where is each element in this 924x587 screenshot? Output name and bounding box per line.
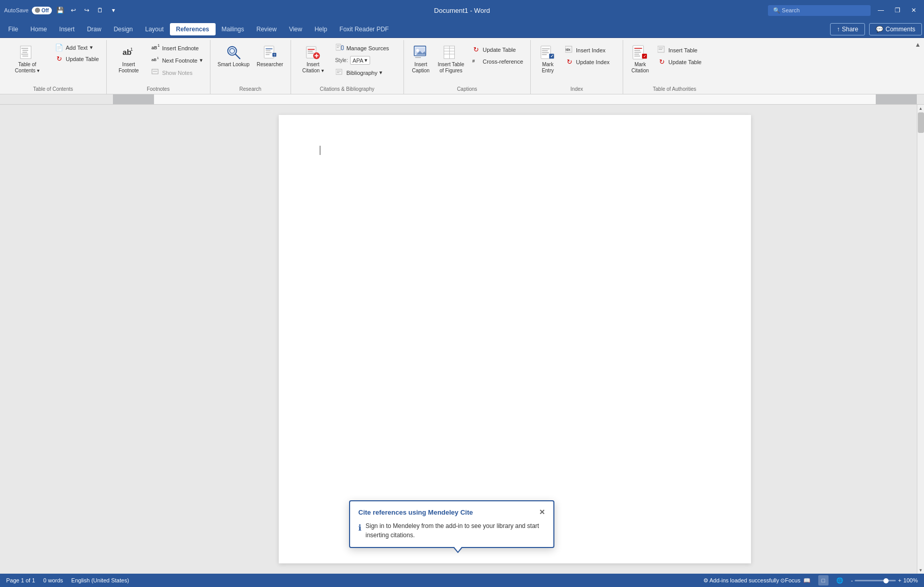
- cross-reference-button[interactable]: # Cross-reference: [468, 55, 526, 67]
- redo-icon[interactable]: ↪: [82, 5, 92, 15]
- customize-icon[interactable]: ▾: [108, 5, 119, 15]
- main-area: Cite references using Mendeley Cite ✕ ℹ …: [0, 105, 924, 574]
- menu-foxit[interactable]: Foxit Reader PDF: [333, 23, 395, 35]
- index-group-content: ✓ MarkEntry idx Insert Index ↻ Update In…: [535, 40, 612, 84]
- zoom-thumb: [883, 578, 889, 583]
- insert-caption-button[interactable]: InsertCaption: [408, 42, 434, 76]
- manage-sources-button[interactable]: Manage Sources: [332, 42, 392, 54]
- menu-bar: File Home Insert Draw Design Layout Refe…: [0, 21, 924, 38]
- comments-button[interactable]: 💬 Comments: [869, 23, 922, 35]
- update-table-authorities-button[interactable]: ↻ Update Table: [654, 56, 705, 67]
- ribbon-collapse-button[interactable]: ▲: [915, 41, 921, 48]
- next-footnote-button[interactable]: aB1 Next Footnote ▾: [148, 54, 206, 66]
- captions-group: InsertCaption Insert Tableof Figures ↻: [404, 40, 531, 94]
- insert-footnote-icon: ab 1: [121, 44, 137, 61]
- print-layout-icon: □: [821, 577, 825, 583]
- print-layout-button[interactable]: □: [818, 575, 829, 585]
- menu-layout[interactable]: Layout: [139, 23, 170, 35]
- svg-text:1: 1: [130, 46, 132, 52]
- title-bar-right: 🔍 Search — ❐ ✕: [614, 4, 920, 16]
- svg-rect-19: [265, 50, 270, 51]
- autosave-toggle[interactable]: Off: [32, 7, 52, 14]
- insert-table-authorities-button[interactable]: Insert Table: [654, 44, 705, 56]
- popup-close-button[interactable]: ✕: [539, 508, 545, 516]
- footnotes-group: ab 1 InsertFootnote aB1 Insert Endnote a…: [107, 40, 210, 94]
- smart-lookup-button[interactable]: Smart Lookup: [215, 42, 253, 70]
- zoom-slider[interactable]: [855, 580, 896, 581]
- researcher-button[interactable]: ? Researcher: [254, 42, 286, 70]
- update-table-captions-button[interactable]: ↻ Update Table: [468, 44, 526, 55]
- show-notes-button[interactable]: Show Notes: [148, 67, 206, 79]
- update-index-button[interactable]: ↻ Update Index: [562, 56, 612, 67]
- mark-citation-button[interactable]: ✓ MarkCitation: [627, 42, 653, 76]
- title-bar-title: Document1 - Word: [310, 7, 615, 14]
- svg-rect-62: [634, 52, 641, 52]
- scroll-down-arrow[interactable]: ▼: [917, 566, 925, 574]
- style-selector[interactable]: Style: APA ▾: [332, 54, 392, 66]
- insert-endnote-button[interactable]: aB1 Insert Endnote: [148, 42, 206, 54]
- menu-draw[interactable]: Draw: [81, 23, 107, 35]
- scroll-track[interactable]: [917, 112, 924, 566]
- insert-citation-button[interactable]: InsertCitation ▾: [295, 42, 331, 76]
- menu-references[interactable]: References: [170, 23, 216, 35]
- manage-sources-icon: [335, 44, 344, 52]
- bibliography-button[interactable]: Bibliography ▾: [332, 67, 392, 79]
- clipboard-icon[interactable]: 🗒: [95, 5, 105, 15]
- text-cursor: [320, 146, 320, 155]
- save-icon[interactable]: 💾: [55, 5, 65, 15]
- insert-table-figures-button[interactable]: Insert Tableof Figures: [435, 42, 468, 76]
- undo-icon[interactable]: ↩: [68, 5, 79, 15]
- vertical-scrollbar[interactable]: ▲ ▼: [917, 105, 924, 574]
- ruler-main: [113, 94, 917, 104]
- insert-index-button[interactable]: idx Insert Index: [562, 44, 612, 56]
- svg-rect-35: [336, 69, 342, 74]
- menu-mailings[interactable]: Mailings: [216, 23, 251, 35]
- svg-rect-18: [265, 48, 272, 49]
- add-text-button[interactable]: 📄 Add Text ▾: [51, 42, 102, 53]
- doc-scroll-area[interactable]: Cite references using Mendeley Cite ✕ ℹ …: [113, 105, 917, 574]
- close-button[interactable]: ✕: [908, 4, 920, 16]
- minimize-button[interactable]: —: [875, 4, 887, 16]
- zoom-controls[interactable]: - + 100%: [851, 577, 918, 583]
- svg-rect-20: [265, 52, 271, 53]
- status-bar: Page 1 of 1 0 words English (United Stat…: [0, 574, 924, 587]
- share-button[interactable]: ↑ Share: [830, 23, 865, 35]
- svg-text:?: ?: [273, 53, 275, 57]
- menu-design[interactable]: Design: [107, 23, 139, 35]
- reader-view-button[interactable]: 📖: [802, 575, 812, 585]
- update-table-captions-icon: ↻: [471, 46, 480, 53]
- update-table-button[interactable]: ↻ Update Table: [51, 53, 102, 64]
- popup-title-text: Cite references using Mendeley Cite: [358, 508, 473, 516]
- svg-rect-68: [659, 48, 663, 48]
- zoom-in-button[interactable]: +: [898, 577, 901, 583]
- doc-page[interactable]: [279, 115, 751, 563]
- scroll-up-arrow[interactable]: ▲: [917, 105, 925, 112]
- authorities-group: ✓ MarkCitation Insert Table ↻ Update Tab…: [623, 40, 726, 94]
- svg-rect-25: [307, 49, 314, 50]
- word-count: 0 words: [43, 577, 63, 583]
- svg-rect-52: [542, 50, 548, 51]
- insert-index-icon: idx: [565, 46, 574, 54]
- mark-entry-button[interactable]: ✓ MarkEntry: [535, 42, 561, 76]
- mark-entry-label: MarkEntry: [542, 62, 553, 74]
- insert-footnote-button[interactable]: ab 1 InsertFootnote: [111, 42, 147, 76]
- search-box[interactable]: 🔍 Search: [768, 5, 871, 16]
- menu-insert[interactable]: Insert: [53, 23, 81, 35]
- ruler-white-area: [154, 94, 876, 104]
- scroll-thumb[interactable]: [918, 112, 924, 133]
- menu-view[interactable]: View: [283, 23, 309, 35]
- index-stacked: idx Insert Index ↻ Update Index: [562, 44, 612, 67]
- restore-button[interactable]: ❐: [891, 4, 903, 16]
- menu-help[interactable]: Help: [309, 23, 334, 35]
- svg-rect-33: [337, 47, 339, 48]
- svg-text:#: #: [472, 58, 475, 64]
- style-dropdown[interactable]: APA ▾: [350, 56, 370, 65]
- menu-file[interactable]: File: [2, 23, 24, 35]
- web-layout-button[interactable]: 🌐: [835, 575, 845, 585]
- menu-review[interactable]: Review: [251, 23, 283, 35]
- focus-button[interactable]: ⊙ Focus: [785, 575, 796, 585]
- zoom-out-button[interactable]: -: [851, 577, 853, 583]
- menu-home[interactable]: Home: [24, 23, 53, 35]
- svg-rect-34: [341, 46, 343, 50]
- table-of-contents-button[interactable]: Table ofContents ▾: [4, 42, 50, 76]
